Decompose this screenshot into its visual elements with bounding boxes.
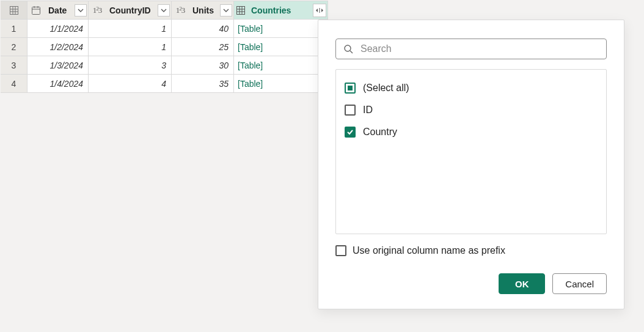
- number-type-icon: 123: [172, 6, 189, 15]
- cell-units[interactable]: 40: [172, 20, 234, 38]
- dialog-buttons: OK Cancel: [335, 273, 607, 294]
- use-prefix-option[interactable]: Use original column name as prefix: [335, 245, 607, 256]
- cell-units[interactable]: 25: [172, 38, 234, 56]
- checkbox-unchecked-icon: [335, 245, 346, 256]
- cell-countryid[interactable]: 1: [89, 20, 172, 38]
- option-id[interactable]: ID: [345, 99, 598, 121]
- column-label: Units: [191, 6, 214, 15]
- checkbox-checked-icon: [345, 127, 356, 138]
- column-label: Countries: [250, 6, 291, 15]
- column-label: Date: [47, 6, 67, 15]
- row-number[interactable]: 3: [1, 56, 27, 75]
- chevron-down-icon: [223, 7, 229, 13]
- checkbox-unchecked-icon: [345, 105, 356, 116]
- cell-countries[interactable]: [Table]: [234, 75, 328, 93]
- svg-rect-9: [237, 6, 245, 14]
- button-label: Cancel: [565, 279, 594, 289]
- svg-rect-5: [32, 7, 40, 14]
- svg-line-16: [350, 51, 353, 53]
- svg-rect-0: [10, 6, 18, 14]
- cell-countries[interactable]: [Table]: [234, 56, 328, 75]
- option-select-all[interactable]: (Select all): [345, 77, 598, 99]
- column-header-countries[interactable]: Countries: [234, 1, 328, 20]
- chevron-down-icon: [78, 7, 84, 13]
- cell-date[interactable]: 1/2/2024: [27, 38, 89, 56]
- option-country[interactable]: Country: [345, 121, 598, 143]
- option-label: Use original column name as prefix: [353, 245, 505, 256]
- table-row[interactable]: 11/1/2024140[Table]: [1, 20, 328, 38]
- cancel-button[interactable]: Cancel: [552, 273, 607, 294]
- cell-countries[interactable]: [Table]: [234, 20, 328, 38]
- calendar-icon: [27, 6, 45, 15]
- option-label: (Select all): [363, 83, 409, 94]
- cell-countryid[interactable]: 4: [89, 75, 172, 93]
- column-label: CountryID: [108, 6, 151, 15]
- ok-button[interactable]: OK: [499, 273, 545, 294]
- table-type-icon: [234, 6, 247, 15]
- grid-header-row: Date 123 CountryID: [1, 1, 328, 20]
- app-root: Date 123 CountryID: [0, 0, 644, 332]
- chevron-down-icon: [161, 7, 167, 13]
- column-select-list: (Select all) ID Country: [335, 69, 607, 234]
- cell-countries[interactable]: [Table]: [234, 38, 328, 56]
- expand-icon: [315, 7, 324, 14]
- column-filter-button[interactable]: [75, 4, 87, 17]
- row-number[interactable]: 1: [1, 20, 27, 38]
- option-label: ID: [363, 105, 373, 116]
- row-number[interactable]: 4: [1, 75, 27, 93]
- table-row[interactable]: 31/3/2024330[Table]: [1, 56, 328, 75]
- cell-countryid[interactable]: 3: [89, 56, 172, 75]
- cell-date[interactable]: 1/3/2024: [27, 56, 89, 75]
- cell-countryid[interactable]: 1: [89, 38, 172, 56]
- column-header-date[interactable]: Date: [27, 1, 89, 20]
- cell-date[interactable]: 1/4/2024: [27, 75, 89, 93]
- search-box[interactable]: [335, 39, 607, 59]
- column-filter-button[interactable]: [220, 4, 232, 17]
- column-header-units[interactable]: 123 Units: [172, 1, 234, 20]
- expand-column-button[interactable]: [313, 4, 326, 17]
- cell-units[interactable]: 35: [172, 75, 234, 93]
- table-row[interactable]: 41/4/2024435[Table]: [1, 75, 328, 93]
- button-label: OK: [515, 279, 529, 289]
- expand-column-popup: (Select all) ID Country Use original col…: [318, 20, 624, 309]
- search-input[interactable]: [359, 43, 599, 55]
- column-header-countryid[interactable]: 123 CountryID: [89, 1, 172, 20]
- row-number[interactable]: 2: [1, 38, 27, 56]
- data-grid: Date 123 CountryID: [1, 1, 328, 93]
- svg-point-15: [345, 45, 351, 51]
- table-row[interactable]: 21/2/2024125[Table]: [1, 38, 328, 56]
- table-icon: [10, 6, 18, 15]
- cell-units[interactable]: 30: [172, 56, 234, 75]
- search-icon: [343, 44, 353, 54]
- cell-date[interactable]: 1/1/2024: [27, 20, 89, 38]
- column-filter-button[interactable]: [158, 4, 170, 17]
- row-selector-header[interactable]: [1, 1, 27, 20]
- checkbox-indeterminate-icon: [345, 83, 356, 94]
- option-label: Country: [363, 127, 397, 138]
- number-type-icon: 123: [89, 6, 106, 15]
